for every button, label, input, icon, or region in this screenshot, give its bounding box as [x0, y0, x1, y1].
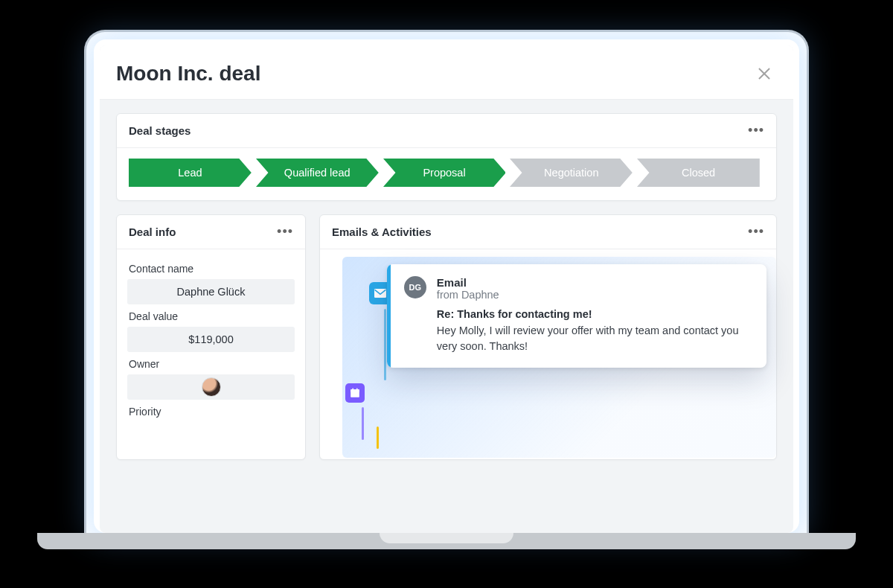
deal-value-field[interactable]: $119,000 — [127, 327, 295, 352]
timeline-line — [362, 407, 364, 440]
stage-lead[interactable]: Lead — [129, 159, 252, 187]
svg-rect-7 — [351, 389, 359, 392]
stage-proposal[interactable]: Proposal — [383, 159, 506, 187]
deal-value-value: $119,000 — [188, 333, 233, 345]
sender-avatar: DG — [404, 276, 426, 298]
stage-label: Lead — [178, 167, 202, 179]
deal-value-label: Deal value — [129, 310, 295, 322]
owner-avatar — [202, 377, 221, 397]
more-icon[interactable]: ••• — [277, 224, 293, 240]
owner-field[interactable] — [127, 374, 295, 400]
stage-negotiation[interactable]: Negotiation — [510, 159, 633, 187]
priority-label: Priority — [129, 406, 295, 418]
stage-label: Qualified lead — [284, 167, 351, 179]
stage-label: Negotiation — [544, 167, 598, 179]
deal-info-card: Deal info ••• Contact name Daphne Glück … — [116, 214, 306, 460]
laptop-frame: Moon Inc. deal Deal stages ••• Lead Qual… — [84, 30, 809, 533]
app-header: Moon Inc. deal — [100, 45, 793, 100]
email-subject: Re: Thanks for contacting me! — [437, 308, 752, 320]
activity-from-label: from Daphne — [437, 289, 752, 301]
email-body-snippet: Hey Molly, I will review your offer with… — [437, 323, 752, 354]
activities-title: Emails & Activities — [332, 226, 432, 238]
stage-label: Closed — [682, 167, 715, 179]
deal-stages-card: Deal stages ••• Lead Qualified lead Pro — [116, 113, 777, 201]
activity-type-label: Email — [437, 276, 752, 289]
stage-track: Lead Qualified lead Proposal Negotiation — [129, 159, 764, 187]
activities-card: Emails & Activities ••• — [319, 214, 777, 460]
stage-closed[interactable]: Closed — [637, 159, 760, 187]
calendar-icon[interactable] — [345, 383, 365, 403]
stage-qualified-lead[interactable]: Qualified lead — [256, 159, 379, 187]
contact-name-value: Daphne Glück — [177, 286, 246, 298]
owner-label: Owner — [129, 358, 295, 370]
deal-stages-title: Deal stages — [129, 124, 191, 137]
svg-rect-8 — [353, 389, 353, 392]
stage-label: Proposal — [423, 167, 465, 179]
contact-name-label: Contact name — [129, 263, 295, 275]
timeline-line — [384, 309, 386, 380]
more-icon[interactable]: ••• — [748, 123, 764, 138]
laptop-notch — [380, 533, 513, 543]
more-icon[interactable]: ••• — [748, 224, 764, 240]
close-icon[interactable] — [758, 67, 771, 80]
contact-name-field[interactable]: Daphne Glück — [127, 279, 295, 304]
timeline-line — [377, 426, 379, 449]
app-screen: Moon Inc. deal Deal stages ••• Lead Qual… — [100, 45, 793, 533]
page-title: Moon Inc. deal — [116, 62, 260, 86]
email-preview-card[interactable]: DG Email from Daphne Re: Thanks for cont… — [387, 264, 766, 368]
deal-info-title: Deal info — [129, 226, 176, 238]
svg-rect-9 — [356, 389, 357, 392]
